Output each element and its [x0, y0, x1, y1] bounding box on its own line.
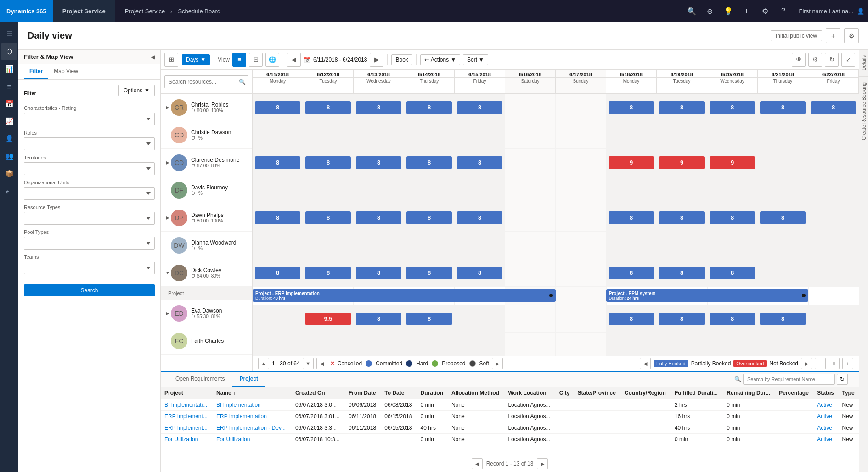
- calendar-cell[interactable]: 8: [303, 94, 354, 121]
- days-btn[interactable]: Days ▼: [182, 54, 210, 65]
- resource-item[interactable]: ▶ CR Christal Robles ⏱ 80:00 100%: [161, 94, 252, 121]
- box-icon[interactable]: 📦: [1, 165, 17, 182]
- calendar-cell[interactable]: 8: [606, 204, 657, 231]
- calendar-cell[interactable]: 8: [253, 259, 303, 286]
- name-link[interactable]: BI Implementation: [216, 402, 261, 408]
- calendar-cell[interactable]: 8: [606, 94, 657, 121]
- calendar-cell[interactable]: 8: [606, 305, 657, 332]
- calendar-cell[interactable]: 8: [707, 204, 758, 231]
- pause-btn[interactable]: ⏸: [829, 358, 840, 369]
- dynamics-logo[interactable]: Dynamics 365: [0, 0, 53, 22]
- status-link[interactable]: Active: [817, 425, 832, 431]
- col-created-on[interactable]: Created On: [292, 387, 345, 399]
- calendar-cell[interactable]: [253, 333, 303, 356]
- initial-public-view-btn[interactable]: Initial public view: [771, 30, 822, 41]
- calendar-cell[interactable]: 8: [354, 149, 404, 176]
- calendar-cell[interactable]: [657, 232, 707, 259]
- calendar-cell[interactable]: 8: [758, 94, 808, 121]
- teams-select[interactable]: [24, 262, 155, 274]
- calendar-cell[interactable]: [758, 259, 808, 286]
- resource-item[interactable]: DW Dianna Woodward ⏱ %: [161, 232, 252, 259]
- calendar-cell[interactable]: 8: [758, 305, 808, 332]
- calendar-cell[interactable]: [758, 333, 808, 356]
- calendar-cell[interactable]: [455, 121, 505, 148]
- calendar-cell[interactable]: [354, 232, 404, 259]
- dashboard-icon[interactable]: ⬡: [1, 43, 17, 60]
- col-to-date[interactable]: To Date: [381, 387, 417, 399]
- calendar-cell[interactable]: 8: [657, 204, 707, 231]
- calendar-cell[interactable]: [758, 176, 808, 204]
- calendar-cell[interactable]: [707, 121, 758, 148]
- calendar-cell[interactable]: [707, 176, 758, 204]
- expand-clarence-btn[interactable]: ▶: [164, 159, 171, 166]
- calendar-cell[interactable]: [657, 121, 707, 148]
- resource-item[interactable]: ▶ DP Dawn Phelps ⏱ 80:00 100%: [161, 204, 252, 232]
- col-project[interactable]: Project: [161, 387, 213, 399]
- expand-dawn-btn[interactable]: ▶: [164, 215, 171, 221]
- team-icon[interactable]: 👥: [1, 148, 17, 165]
- status-link[interactable]: Active: [817, 402, 832, 408]
- calendar-cell[interactable]: 8: [808, 94, 859, 121]
- calendar-cell[interactable]: 8: [253, 149, 303, 176]
- filter-tab-filter[interactable]: Filter: [24, 64, 48, 79]
- status-link[interactable]: Active: [817, 436, 832, 443]
- name-link[interactable]: For Utilization: [216, 436, 250, 443]
- project-ppm-bar[interactable]: Project - PPM system Duration: 24 hrs: [606, 289, 808, 302]
- col-type[interactable]: Type: [838, 387, 859, 399]
- calendar-cell[interactable]: 8: [707, 305, 758, 332]
- project-service-nav[interactable]: Project Service: [53, 0, 115, 22]
- pag-prev2-btn[interactable]: ◀: [640, 358, 651, 369]
- calendar-cell[interactable]: 8: [455, 259, 505, 286]
- calendar-cell[interactable]: 8: [657, 305, 707, 332]
- calendar-cell[interactable]: [758, 121, 808, 148]
- globe-view-btn[interactable]: 🌐: [265, 53, 279, 67]
- expand-eva-btn[interactable]: ▶: [164, 310, 171, 317]
- pag-next2-btn[interactable]: ▶: [801, 358, 812, 369]
- name-link[interactable]: ERP Implementation - Dev...: [216, 425, 286, 431]
- calendar-cell[interactable]: [657, 176, 707, 204]
- calendar-cell[interactable]: [808, 333, 859, 356]
- calendar-cell[interactable]: [758, 232, 808, 259]
- calendar-cell[interactable]: [808, 305, 859, 332]
- col-name[interactable]: Name ↑: [213, 387, 292, 399]
- calendar-cell[interactable]: [404, 333, 455, 356]
- prev-date-btn[interactable]: ◀: [287, 53, 301, 67]
- calendar-cell[interactable]: [303, 121, 354, 148]
- calendar-cell[interactable]: [808, 176, 859, 204]
- expand-christie-btn[interactable]: [164, 132, 171, 138]
- expand-dick-btn[interactable]: ▼: [164, 270, 171, 276]
- col-city[interactable]: City: [556, 387, 574, 399]
- calendar-cell[interactable]: 9.5: [303, 305, 354, 332]
- person-icon[interactable]: 👤: [1, 131, 17, 147]
- calendar-cell[interactable]: [455, 232, 505, 259]
- calendar-cell[interactable]: [455, 305, 505, 332]
- calendar-cell[interactable]: 8: [354, 259, 404, 286]
- roles-select[interactable]: [24, 137, 155, 150]
- expand-dianna-btn[interactable]: [164, 242, 171, 249]
- breadcrumb-module[interactable]: Project Service: [125, 8, 165, 15]
- calendar-cell[interactable]: [303, 176, 354, 204]
- calendar-cell[interactable]: 8: [354, 94, 404, 121]
- calendar-cell[interactable]: [758, 149, 808, 176]
- col-work-location[interactable]: Work Location: [504, 387, 555, 399]
- add-icon[interactable]: +: [738, 3, 755, 19]
- grid-view-btn[interactable]: ⊞: [164, 53, 178, 67]
- create-resource-tab[interactable]: Create Resource Booking: [859, 77, 868, 146]
- tab-open-requirements[interactable]: Open Requirements: [168, 372, 232, 387]
- table-prev-btn[interactable]: ◀: [472, 458, 483, 469]
- project-erp-bar[interactable]: Project - ERP Implementation Duration: 4…: [253, 289, 556, 302]
- calendar-cell[interactable]: 8: [303, 259, 354, 286]
- resource-item[interactable]: ▶ ED Eva Dawson ⏱ 55:30 81%: [161, 300, 252, 327]
- tag-icon[interactable]: 🏷: [1, 183, 17, 199]
- pag-up-btn[interactable]: ▲: [258, 358, 269, 369]
- expand-davis-btn[interactable]: [164, 187, 171, 193]
- calendar-cell[interactable]: 8: [758, 204, 808, 231]
- col-country[interactable]: Country/Region: [621, 387, 671, 399]
- expand-faith-btn[interactable]: [164, 338, 171, 344]
- calendar-cell[interactable]: 8: [354, 305, 404, 332]
- table-view-btn[interactable]: ⊟: [249, 53, 263, 67]
- project-link[interactable]: For Utilization: [164, 436, 198, 443]
- calendar-cell[interactable]: 8: [303, 149, 354, 176]
- project-link[interactable]: BI Implementati...: [164, 402, 207, 408]
- calendar-cell[interactable]: 8: [404, 305, 455, 332]
